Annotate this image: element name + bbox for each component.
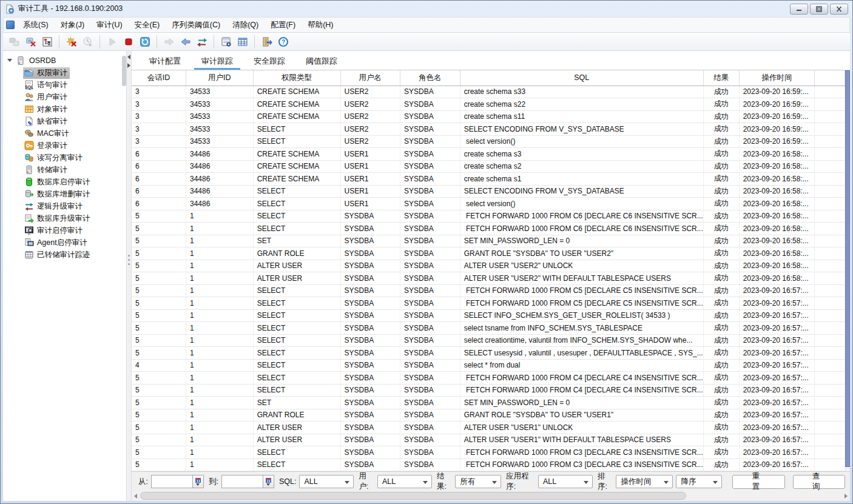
- help-icon[interactable]: ?: [275, 34, 291, 49]
- table-row[interactable]: 51SETSYSDBASYSDBASET MIN_PASSWORD_LEN = …: [132, 235, 845, 247]
- column-header-2[interactable]: 用户ID: [186, 70, 253, 86]
- menu-item-7[interactable]: 配置(F): [265, 17, 302, 33]
- tab-3[interactable]: 安全跟踪: [243, 51, 295, 70]
- table-row[interactable]: 634486CREATE SCHEMAUSER1SYSDBAcreate sch…: [132, 173, 845, 186]
- column-header-7[interactable]: 结果: [703, 70, 739, 86]
- table-row[interactable]: 51ALTER USERSYSDBASYSDBAALTER USER "USER…: [132, 260, 845, 272]
- vertical-scroll-thumb[interactable]: [845, 70, 850, 467]
- table-row[interactable]: 334533CREATE SCHEMAUSER2SYSDBAcreate sch…: [132, 110, 845, 123]
- app-filter-select[interactable]: ALL: [538, 475, 593, 488]
- unregister-db-icon[interactable]: [22, 34, 39, 49]
- table-row[interactable]: 634486SELECTUSER1SYSDBASELECT ENCODING F…: [132, 185, 845, 198]
- exit-icon[interactable]: [258, 34, 275, 49]
- table-row[interactable]: 634486CREATE SCHEMAUSER1SYSDBAcreate sch…: [132, 148, 845, 161]
- from-calendar-button[interactable]: [192, 475, 204, 488]
- to-calendar-button[interactable]: [263, 475, 274, 488]
- menu-item-4[interactable]: 安全(E): [129, 17, 166, 33]
- table-row[interactable]: 334533CREATE SCHEMAUSER2SYSDBAcreate sch…: [132, 98, 845, 111]
- table-row[interactable]: 51SELECTSYSDBASYSDBASELECT usesysid , va…: [132, 347, 845, 360]
- sidebar-item-5[interactable]: 缺省审计: [3, 115, 126, 127]
- sidebar-item-2[interactable]: SQL语句审计: [3, 79, 126, 91]
- sidebar-item-9[interactable]: 转储审计: [3, 164, 126, 176]
- table-row[interactable]: 51GRANT ROLESYSDBASYSDBAGRANT ROLE "SYSD…: [132, 409, 845, 422]
- splitter-handle[interactable]: [128, 255, 130, 265]
- maximize-button[interactable]: [810, 4, 828, 15]
- table-row[interactable]: 51SELECTSYSDBASYSDBA FETCH FORWARD 1000 …: [132, 284, 845, 297]
- collapse-right-icon[interactable]: [127, 63, 130, 68]
- column-header-6[interactable]: SQL: [460, 70, 703, 86]
- table-row[interactable]: 334533CREATE SCHEMAUSER2SYSDBAcreate sch…: [132, 86, 845, 98]
- column-header-4[interactable]: 用户名: [340, 70, 400, 86]
- sidebar-item-4[interactable]: 对象审计: [3, 103, 126, 115]
- sort-order-select[interactable]: 降序: [676, 475, 722, 488]
- sort-field-select[interactable]: 操作时间: [616, 475, 673, 488]
- table-row[interactable]: 334533SELECTUSER2SYSDBA select version()…: [132, 135, 845, 148]
- minimize-button[interactable]: [790, 4, 808, 15]
- sidebar-item-15[interactable]: Agent启停审计: [3, 237, 126, 249]
- sidebar-item-8[interactable]: 读写分离审计: [3, 152, 126, 164]
- table-row[interactable]: 51ALTER USERSYSDBASYSDBAALTER USER "USER…: [132, 422, 845, 434]
- table-row[interactable]: 51SELECTSYSDBASYSDBASELECT INFO_SCHEM.SY…: [132, 309, 845, 322]
- collapse-left-icon[interactable]: [127, 55, 130, 59]
- table-row[interactable]: 51ALTER USERSYSDBASYSDBAALTER USER "USER…: [132, 434, 845, 446]
- sidebar-item-11[interactable]: 数据库增删审计: [3, 188, 126, 200]
- tab-1[interactable]: 审计配置: [139, 51, 191, 70]
- sidebar-item-12[interactable]: 逻辑升级审计: [3, 200, 126, 212]
- result-filter-select[interactable]: 所有: [455, 475, 501, 488]
- table-row[interactable]: 51SELECTSYSDBASYSDBA FETCH FORWARD 1000 …: [132, 372, 845, 385]
- close-button[interactable]: [830, 4, 848, 15]
- tab-2[interactable]: 审计跟踪: [191, 51, 243, 70]
- horizontal-scroll-thumb[interactable]: [140, 492, 686, 500]
- scroll-right-arrow-icon[interactable]: [845, 494, 848, 499]
- report-icon[interactable]: [218, 34, 234, 49]
- menu-item-3[interactable]: 审计(U): [90, 17, 128, 33]
- sql-filter-select[interactable]: ALL: [299, 475, 354, 488]
- tab-4[interactable]: 阈值跟踪: [295, 51, 348, 70]
- table-row[interactable]: 51SELECTSYSDBASYSDBA FETCH FORWARD 1000 …: [132, 446, 845, 459]
- back-icon[interactable]: [177, 34, 194, 49]
- table-row[interactable]: 51SELECTSYSDBASYSDBA FETCH FORWARD 1000 …: [132, 459, 845, 471]
- refresh-icon[interactable]: [137, 34, 153, 49]
- menu-item-6[interactable]: 清除(Q): [226, 17, 265, 33]
- table-row[interactable]: 334533SELECTUSER2SYSDBASELECT ENCODING F…: [132, 123, 845, 136]
- scroll-left-arrow-icon[interactable]: [134, 494, 137, 499]
- reset-button[interactable]: 重置: [732, 475, 784, 489]
- tree-root-osrdb[interactable]: OSRDB: [3, 54, 126, 67]
- grid-icon[interactable]: [234, 34, 251, 49]
- table-row[interactable]: 634486SELECTUSER1SYSDBA select version()…: [132, 198, 845, 210]
- expander-icon[interactable]: [7, 59, 12, 62]
- swap-icon[interactable]: [194, 34, 210, 49]
- table-row[interactable]: 51SELECTSYSDBASYSDBAselect creationtime,…: [132, 334, 845, 347]
- menu-item-2[interactable]: 对象(J): [55, 17, 91, 33]
- query-button[interactable]: 查询: [793, 475, 845, 489]
- column-header-3[interactable]: 权限类型: [253, 70, 340, 86]
- table-row[interactable]: 634486CREATE SCHEMAUSER1SYSDBAcreate sch…: [132, 160, 845, 173]
- column-header-1[interactable]: 会话ID: [132, 70, 186, 86]
- table-row[interactable]: 51SELECTSYSDBASYSDBA FETCH FORWARD 1000 …: [132, 297, 845, 310]
- menu-item-1[interactable]: 系统(S): [17, 17, 55, 33]
- table-row[interactable]: 51ALTER USERSYSDBASYSDBAALTER USER "USER…: [132, 272, 845, 285]
- table-row[interactable]: 51SELECTSYSDBASYSDBA FETCH FORWARD 1000 …: [132, 210, 845, 223]
- table-row[interactable]: 51SETSYSDBASYSDBASET MIN_PASSWORD_LEN = …: [132, 397, 845, 409]
- table-row[interactable]: 51SELECTSYSDBASYSDBA FETCH FORWARD 1000 …: [132, 384, 845, 397]
- splitter[interactable]: [126, 51, 132, 501]
- clear-alert-icon[interactable]: [63, 34, 79, 49]
- from-date-input[interactable]: [151, 475, 192, 488]
- sidebar-scrollbar[interactable]: [122, 56, 126, 86]
- sidebar-item-14[interactable]: 审计启停审计: [3, 224, 126, 237]
- table-row[interactable]: 51SELECTSYSDBASYSDBA FETCH FORWARD 1000 …: [132, 223, 845, 235]
- sidebar-item-1[interactable]: 权限审计: [3, 67, 126, 79]
- sidebar-item-6[interactable]: MAC审计: [3, 127, 126, 139]
- column-header-8[interactable]: 操作时间: [739, 70, 815, 86]
- audit-config-icon[interactable]: [39, 34, 55, 49]
- sidebar-item-7[interactable]: 登录审计: [3, 139, 126, 152]
- table-vertical-scrollbar[interactable]: [845, 70, 850, 471]
- table-row[interactable]: 41SELECTSYSDBASYSDBAselect * from dual成功…: [132, 359, 845, 372]
- table-row[interactable]: 51SELECTSYSDBASYSDBAselect tsname from I…: [132, 322, 845, 335]
- stop-icon[interactable]: [120, 34, 137, 49]
- column-header-5[interactable]: 角色名: [400, 70, 460, 86]
- menu-item-8[interactable]: 帮助(H): [302, 17, 339, 33]
- menu-item-5[interactable]: 序列类阈值(C): [166, 17, 226, 33]
- table-row[interactable]: 51GRANT ROLESYSDBASYSDBAGRANT ROLE "SYSD…: [132, 247, 845, 260]
- user-filter-select[interactable]: ALL: [377, 475, 432, 488]
